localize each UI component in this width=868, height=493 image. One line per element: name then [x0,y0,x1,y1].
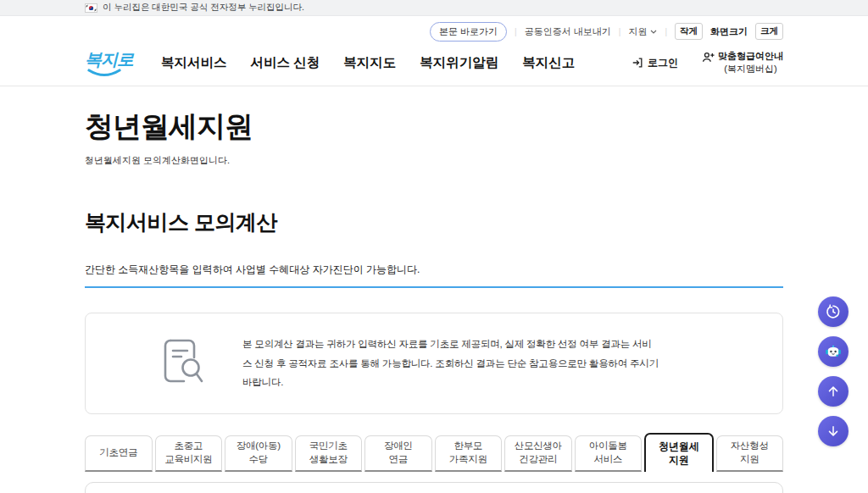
support-dropdown[interactable]: 지원 [628,25,657,38]
disclaimer-box: 본 모의계산 결과는 귀하가 입력하신 자료를 기초로 제공되며, 실제 정확한… [85,313,783,414]
tab-basic-pension[interactable]: 기초연금 [85,435,153,472]
nav-item-welfare-services[interactable]: 복지서비스 [161,54,227,72]
document-search-icon [162,337,204,390]
floating-button-bar [818,296,849,446]
tab-asset-building[interactable]: 자산형성 지원 [716,435,784,472]
logo-text: 복지로 [85,50,133,69]
section-divider [85,286,783,288]
bokjiro-logo[interactable]: 복지로 [85,48,134,78]
zoom-label: 화면크기 [710,25,748,38]
tab-single-parent[interactable]: 한부모 가족지원 [435,435,503,472]
nav-item-crisis-alert[interactable]: 복지위기알림 [420,54,498,72]
nav-item-welfare-report[interactable]: 복지신고 [522,54,575,72]
korea-flag-icon [85,3,97,13]
gov-notice-bar: 이 누리집은 대한민국 공식 전자정부 누리집입니다. [0,0,868,16]
simulation-tabs: 기초연금 초중고 교육비지원 장애(아동) 수당 국민기초 생활보장 장애인 연… [85,433,783,472]
disclaimer-text: 본 모의계산 결과는 귀하가 입력하신 자료를 기초로 제공되며, 실제 정확한… [242,335,659,391]
gov-notice-text: 이 누리집은 대한민국 공식 전자정부 누리집입니다. [103,2,304,14]
history-button[interactable] [818,296,849,327]
login-icon [632,57,643,69]
arrow-down-icon [826,424,841,439]
divider: | [515,27,517,36]
tab-disability-pension[interactable]: 장애인 연금 [364,435,432,472]
logo-smile-icon [86,69,122,78]
chatbot-icon [822,341,844,363]
login-label: 로그인 [648,56,678,70]
person-plus-icon [702,51,715,64]
divider: | [619,27,621,36]
cert-export-link[interactable]: 공동인증서 내보내기 [525,25,611,38]
tab-youth-monthly-rent[interactable]: 청년월세 지원 [644,433,714,472]
tab-education-support[interactable]: 초중고 교육비지원 [155,435,223,472]
skip-to-content-button[interactable]: 본문 바로가기 [430,22,507,42]
site-header: 본문 바로가기 | 공동인증서 내보내기 | 지원 | 작게 화면크기 크게 복… [0,16,868,86]
tab-disability-child-allowance[interactable]: 장애(아동) 수당 [225,435,292,472]
arrow-up-icon [826,384,841,399]
tab-basic-livelihood[interactable]: 국민기초 생활보장 [295,435,363,472]
scroll-up-button[interactable] [818,376,849,407]
tab-maternal-newborn[interactable]: 산모신생아 건강관리 [504,435,572,472]
section-title: 복지서비스 모의계산 [85,208,783,236]
page-title: 청년월세지원 [85,108,783,147]
membership-guide-button[interactable]: 맞춤형급여안내 (복지멤버십) [702,50,783,75]
tab-content-panel: 청년월세지원 모의계산 [85,482,783,493]
login-button[interactable]: 로그인 [632,56,678,70]
section-description: 간단한 소득재산항목을 입력하여 사업별 수혜대상 자가진단이 가능합니다. [85,263,783,277]
main-nav: 복지서비스 서비스 신청 복지지도 복지위기알림 복지신고 [161,54,575,72]
tab-childcare-service[interactable]: 아이돌봄 서비스 [575,435,643,472]
membership-label-line2: (복지멤버십) [724,64,776,74]
nav-item-welfare-map[interactable]: 복지지도 [343,54,396,72]
scroll-down-button[interactable] [818,416,849,446]
divider: | [665,27,667,36]
page-subtitle: 청년월세지원 모의계산화면입니다. [85,154,783,167]
history-icon [825,303,842,320]
chatbot-button[interactable] [818,336,849,367]
utility-row: 본문 바로가기 | 공동인증서 내보내기 | 지원 | 작게 화면크기 크게 [85,16,783,41]
font-smaller-button[interactable]: 작게 [675,23,703,40]
main-nav-row: 복지로 복지서비스 서비스 신청 복지지도 복지위기알림 복지신고 로그 [85,42,783,83]
membership-label-line1: 맞춤형급여안내 [718,51,783,61]
support-dropdown-label: 지원 [628,25,647,38]
chevron-down-icon [650,30,657,34]
nav-item-service-apply[interactable]: 서비스 신청 [251,54,320,72]
font-larger-button[interactable]: 크게 [755,23,783,40]
